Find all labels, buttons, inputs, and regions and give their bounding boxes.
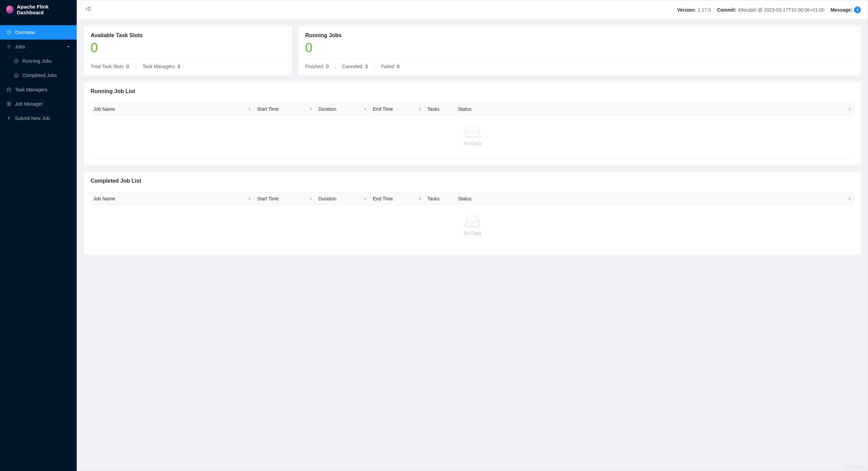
column-tasks[interactable]: Tasks [424,193,455,205]
content: Available Task Slots 0 Total Task Slots … [77,19,868,471]
available-task-slots-value: 0 [91,41,285,55]
sidebar-item-jobs[interactable]: Jobs [0,40,77,54]
empty-box-icon [91,126,854,138]
canceled-count: Canceled 3 [342,64,368,69]
bars-icon [6,44,12,49]
sidebar-item-label: Jobs [15,44,25,49]
schedule-icon [6,87,12,92]
divider [84,59,292,60]
sidebar-item-overview[interactable]: Overview [0,25,77,40]
version-label: Version: [677,7,696,13]
empty-state: No Data [91,205,854,248]
sidebar-item-label: Running Jobs [22,58,52,64]
table-header-row: Job Name ▲▼ Start Time ▲▼ [91,103,854,116]
sidebar-item-label: Completed Jobs [22,73,57,78]
top-header: Version: 1.17.0 Commit: 69ecda0 @ 2023-0… [77,0,868,19]
watermark: CSDN @阳光 [844,465,865,470]
running-jobs-card: Running Jobs 0 Finished 0 | Canceled 3 [298,26,861,75]
sidebar-item-running-jobs[interactable]: Running Jobs [0,54,77,68]
empty-state: No Data [91,116,854,159]
divider: | [135,64,137,69]
empty-text: No Data [91,230,854,236]
main-area: Version: 1.17.0 Commit: 69ecda0 @ 2023-0… [77,0,868,471]
version-value: 1.17.0 [698,7,711,13]
sidebar-item-submit-new-job[interactable]: Submit New Job [0,111,77,125]
card-title: Available Task Slots [91,32,285,39]
total-task-slots: Total Task Slots 0 [91,64,129,69]
commit-label: Commit: [717,7,737,13]
divider [298,59,861,60]
commit-info: Commit: 69ecda0 @ 2023-03-17T10:30:06+01… [717,7,824,13]
table-header-row: Job Name ▲▼ Start Time ▲▼ [91,193,854,205]
column-duration[interactable]: Duration ▲▼ [315,193,370,205]
divider: | [374,64,375,69]
column-status[interactable]: Status ▲▼ [455,103,854,116]
sidebar-header: Apache Flink Dashboard [0,0,77,19]
menu-fold-icon [85,6,91,12]
app-title: Apache Flink Dashboard [17,4,71,15]
check-circle-icon [14,73,19,78]
sidebar: Apache Flink Dashboard Overview Jobs [0,0,77,471]
card-footer: Total Task Slots 0 | Task Managers 0 [91,64,285,69]
column-tasks[interactable]: Tasks [424,103,455,116]
empty-box-icon [91,215,854,228]
empty-text: No Data [91,141,854,146]
available-task-slots-card: Available Task Slots 0 Total Task Slots … [84,26,292,75]
dashboard-icon [6,30,12,35]
column-job-name[interactable]: Job Name ▲▼ [91,103,254,116]
card-title: Running Job List [91,88,854,94]
task-managers-count: Task Managers 0 [142,64,180,69]
completed-job-table: Job Name ▲▼ Start Time ▲▼ [91,192,854,205]
column-start-time[interactable]: Start Time ▲▼ [254,193,315,205]
column-job-name[interactable]: Job Name ▲▼ [91,193,254,205]
flink-logo-icon [6,5,14,14]
sidebar-item-label: Task Managers [15,87,47,92]
sidebar-item-label: Submit New Job [15,116,50,121]
card-title: Completed Job List [91,178,854,184]
finished-count: Finished 0 [305,64,329,69]
play-circle-icon [14,58,19,64]
sidebar-item-completed-jobs[interactable]: Completed Jobs [0,68,77,82]
version-info: Version: 1.17.0 [677,7,711,13]
message-label: Message: [831,7,852,13]
message-badge: 4 [854,6,861,13]
running-job-list-card: Running Job List Job Name ▲▼ [84,82,861,165]
column-end-time[interactable]: End Time ▲▼ [370,193,424,205]
build-icon [6,101,12,107]
message-info[interactable]: Message: 4 [831,6,861,13]
column-start-time[interactable]: Start Time ▲▼ [254,103,315,116]
divider: | [335,64,336,69]
running-jobs-value: 0 [305,41,854,55]
sidebar-collapse-button[interactable] [84,5,93,15]
chevron-up-icon [66,44,71,49]
column-end-time[interactable]: End Time ▲▼ [370,103,424,116]
header-info: Version: 1.17.0 Commit: 69ecda0 @ 2023-0… [677,6,861,13]
sidebar-item-label: Overview [15,30,35,35]
column-status[interactable]: Status ▲▼ [455,193,854,205]
stats-row: Available Task Slots 0 Total Task Slots … [84,26,861,75]
commit-value: 69ecda0 @ 2023-03-17T10:30:06+01:00 [738,7,825,13]
column-duration[interactable]: Duration ▲▼ [315,103,370,116]
sidebar-menu: Overview Jobs Running Jobs [0,19,77,471]
completed-job-list-card: Completed Job List Job Name ▲▼ [84,172,861,255]
card-footer: Finished 0 | Canceled 3 | Failed 0 [305,64,854,69]
card-title: Running Jobs [305,32,854,39]
sidebar-item-job-manager[interactable]: Job Manager [0,97,77,111]
failed-count: Failed 0 [381,64,400,69]
running-job-table: Job Name ▲▼ Start Time ▲▼ [91,103,854,116]
sidebar-item-label: Job Manager [15,101,43,107]
sidebar-item-task-managers[interactable]: Task Managers [0,82,77,97]
upload-icon [6,116,12,121]
